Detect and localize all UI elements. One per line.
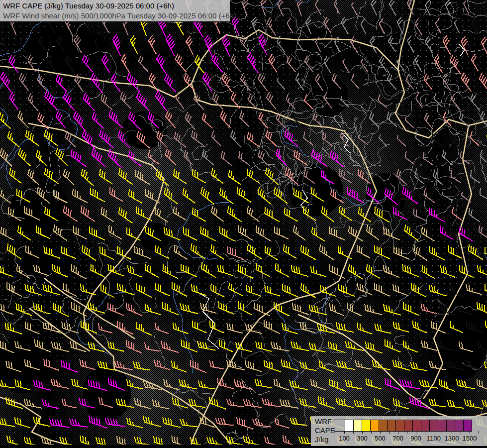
legend-swatch (446, 420, 455, 431)
colorbar-tick-label: 700 (392, 435, 403, 442)
map-title-box: WRF CAPE (J/kg) Tuesday 30-09-2025 06:00… (0, 0, 230, 22)
colorbar-tick-label: 1300 (445, 435, 459, 442)
title-line-cape: WRF CAPE (J/kg) Tuesday 30-09-2025 06:00… (3, 1, 230, 11)
legend-swatch (438, 420, 446, 431)
legend-swatch (404, 420, 412, 431)
colorbar-tick-label: 1500 (463, 435, 477, 442)
legend-label-cape: CAPE (315, 426, 335, 435)
colorbar-tick (344, 431, 345, 434)
colorbar-tick-label: 300 (357, 435, 368, 442)
cape-legend: WRF CAPE J/kg 100 300 500 700 900 1100 1… (311, 416, 487, 446)
legend-swatch (429, 420, 438, 431)
colorbar-tick (443, 431, 443, 434)
colorbar-tick (416, 431, 416, 434)
legend-label-wrf: WRF (315, 417, 335, 426)
legend-swatch (362, 420, 370, 431)
colorbar-tick (380, 431, 381, 434)
legend-swatch-below-range (334, 420, 345, 431)
colorbar-tick (452, 431, 452, 434)
colorbar-tick (398, 431, 398, 434)
colorbar-tick (434, 431, 434, 434)
legend-swatch (395, 420, 404, 431)
colorbar-tick (407, 431, 407, 434)
colorbar-tick (371, 431, 372, 434)
colorbar-tick (425, 431, 425, 434)
colorbar-tick (470, 431, 470, 434)
colorbar-tick-label: 500 (375, 435, 386, 442)
legend-swatch (353, 420, 362, 431)
colorbar-tick (334, 431, 334, 434)
legend-swatch (370, 420, 379, 431)
colorbar-tick (389, 431, 390, 434)
legend-swatch (421, 420, 429, 431)
legend-swatch (412, 420, 421, 431)
wrf-weather-map: WRF CAPE (J/kg) Tuesday 30-09-2025 06:00… (0, 0, 487, 448)
colorbar-tick (461, 431, 461, 434)
legend-swatch (463, 420, 472, 431)
colorbar-tick (362, 431, 363, 434)
legend-swatch (345, 420, 353, 431)
legend-label-block: WRF CAPE J/kg (315, 417, 335, 444)
legend-swatch (455, 420, 463, 431)
colorbar-tick-label: 1100 (427, 435, 441, 442)
cape-colorbar (334, 420, 472, 432)
map-canvas (0, 0, 487, 448)
legend-label-unit: J/kg (315, 435, 335, 444)
colorbar-tick-label: 900 (410, 435, 421, 442)
title-line-shear: WRF Wind shear (m/s) 500/1000hPa Tuesday… (3, 11, 230, 21)
colorbar-tick (479, 431, 479, 434)
legend-swatch (379, 420, 387, 431)
colorbar-tick-label: 100 (339, 435, 350, 442)
colorbar-tick (353, 431, 354, 434)
legend-swatch (387, 420, 395, 431)
